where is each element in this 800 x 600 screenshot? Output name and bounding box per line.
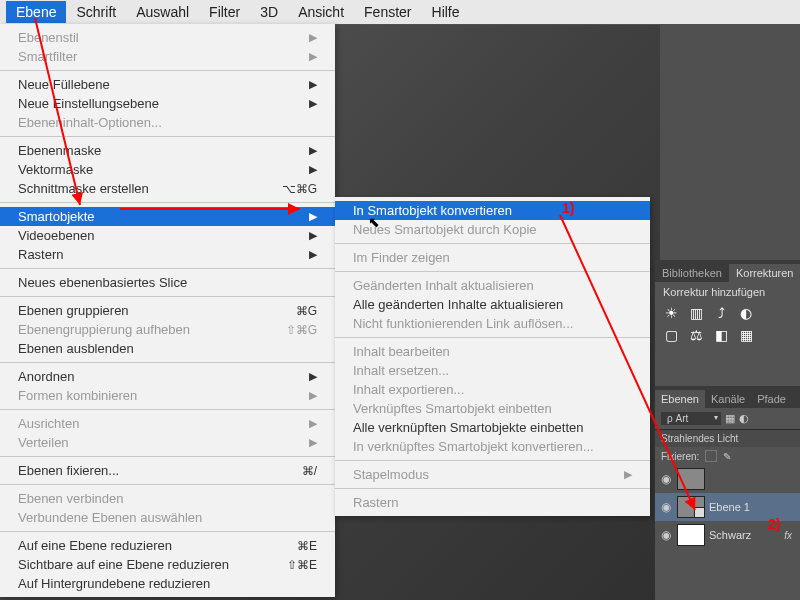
- dropdown-item: Formen kombinieren▶: [0, 386, 335, 405]
- brightness-icon[interactable]: ☀: [663, 305, 679, 321]
- balance-icon[interactable]: ⚖: [688, 327, 704, 343]
- levels-icon[interactable]: ▥: [688, 305, 704, 321]
- lock-transparency-icon[interactable]: [705, 450, 717, 462]
- dropdown-item[interactable]: Ebenen fixieren...⌘/: [0, 461, 335, 480]
- ebene-dropdown: Ebenenstil▶Smartfilter▶Neue Füllebene▶Ne…: [0, 24, 335, 597]
- submenu-item: Inhalt bearbeiten: [335, 342, 650, 361]
- submenu-arrow-icon: ▶: [309, 210, 317, 223]
- menu-schrift[interactable]: Schrift: [66, 1, 126, 23]
- menu-ansicht[interactable]: Ansicht: [288, 1, 354, 23]
- tab-korrekturen[interactable]: Korrekturen: [729, 264, 800, 282]
- menu-item-label: Geänderten Inhalt aktualisieren: [353, 278, 534, 293]
- menu-item-label: Neues Smartobjekt durch Kopie: [353, 222, 537, 237]
- submenu-item: Stapelmodus▶: [335, 465, 650, 484]
- layer-row-ebene1[interactable]: ◉ Ebene 1: [655, 493, 800, 521]
- dropdown-item[interactable]: Smartobjekte▶: [0, 207, 335, 226]
- submenu-item: Rastern: [335, 493, 650, 512]
- dropdown-item[interactable]: Auf eine Ebene reduzieren⌘E: [0, 536, 335, 555]
- dropdown-item[interactable]: Schnittmaske erstellen⌥⌘G: [0, 179, 335, 198]
- menu-item-label: In verknüpftes Smartobjekt konvertieren.…: [353, 439, 594, 454]
- dropdown-item[interactable]: Ebenen gruppieren⌘G: [0, 301, 335, 320]
- visibility-toggle-icon[interactable]: ◉: [659, 500, 673, 514]
- menu-item-label: Rastern: [18, 247, 64, 262]
- menu-item-label: Anordnen: [18, 369, 74, 384]
- layer-thumb[interactable]: [677, 524, 705, 546]
- menu-item-label: Auf Hintergrundebene reduzieren: [18, 576, 210, 591]
- submenu-item[interactable]: Alle geänderten Inhalte aktualisieren: [335, 295, 650, 314]
- layer-kind-filter: ρ Art ▦ ◐: [655, 408, 800, 429]
- dropdown-item[interactable]: Anordnen▶: [0, 367, 335, 386]
- dropdown-item[interactable]: Rastern▶: [0, 245, 335, 264]
- layer-row-schwarz[interactable]: ◉ Schwarz fx: [655, 521, 800, 549]
- menu-3d[interactable]: 3D: [250, 1, 288, 23]
- dropdown-item[interactable]: Videoebenen▶: [0, 226, 335, 245]
- lock-brush-icon[interactable]: ✎: [723, 451, 731, 462]
- kind-select[interactable]: ρ Art: [661, 412, 721, 425]
- layer-name-label[interactable]: Ebene 1: [709, 501, 750, 513]
- photo-filter-icon[interactable]: ▦: [738, 327, 754, 343]
- layer-group-title[interactable]: Strahlendes Licht: [655, 430, 800, 447]
- menu-item-label: Alle verknüpften Smartobjekte einbetten: [353, 420, 584, 435]
- dropdown-item[interactable]: Auf Hintergrundebene reduzieren: [0, 574, 335, 593]
- submenu-arrow-icon: ▶: [309, 229, 317, 242]
- dropdown-item[interactable]: Vektormaske▶: [0, 160, 335, 179]
- layer-name-label[interactable]: Schwarz: [709, 529, 751, 541]
- submenu-arrow-icon: ▶: [309, 248, 317, 261]
- menu-hilfe[interactable]: Hilfe: [422, 1, 470, 23]
- menu-item-label: Formen kombinieren: [18, 388, 137, 403]
- menu-auswahl[interactable]: Auswahl: [126, 1, 199, 23]
- dropdown-item: Ebenengruppierung aufheben⇧⌘G: [0, 320, 335, 339]
- dropdown-item[interactable]: Neue Einstellungsebene▶: [0, 94, 335, 113]
- dropdown-item[interactable]: Neue Füllebene▶: [0, 75, 335, 94]
- smartobjekte-submenu: In Smartobjekt konvertierenNeues Smartob…: [335, 197, 650, 516]
- vibrance-icon[interactable]: ▢: [663, 327, 679, 343]
- dropdown-item[interactable]: Ebenen ausblenden: [0, 339, 335, 358]
- menu-separator: [0, 362, 335, 363]
- menu-shortcut: ⌘E: [297, 539, 317, 553]
- tab-bibliotheken[interactable]: Bibliotheken: [655, 264, 729, 282]
- dropdown-item[interactable]: Sichtbare auf eine Ebene reduzieren⇧⌘E: [0, 555, 335, 574]
- tab-kanaele[interactable]: Kanäle: [705, 390, 751, 408]
- dropdown-item: Verteilen▶: [0, 433, 335, 452]
- menu-filter[interactable]: Filter: [199, 1, 250, 23]
- menu-item-label: Auf eine Ebene reduzieren: [18, 538, 172, 553]
- fx-badge[interactable]: fx: [784, 530, 796, 541]
- tab-ebenen[interactable]: Ebenen: [655, 390, 705, 408]
- filter-pixel-icon[interactable]: ▦: [725, 412, 735, 425]
- visibility-toggle-icon[interactable]: ◉: [659, 528, 673, 542]
- layer-row-filmkorn[interactable]: ◉: [655, 465, 800, 493]
- submenu-item: Im Finder zeigen: [335, 248, 650, 267]
- menu-item-label: Schnittmaske erstellen: [18, 181, 149, 196]
- submenu-item: Verknüpftes Smartobjekt einbetten: [335, 399, 650, 418]
- adjustment-icons-row2: ▢ ⚖ ◧ ▦: [655, 324, 800, 346]
- submenu-arrow-icon: ▶: [309, 97, 317, 110]
- menu-item-label: Nicht funktionierenden Link auflösen...: [353, 316, 573, 331]
- layers-tabs: Ebenen Kanäle Pfade: [655, 386, 800, 408]
- curves-icon[interactable]: ⤴: [713, 305, 729, 321]
- visibility-toggle-icon[interactable]: ◉: [659, 472, 673, 486]
- submenu-item[interactable]: Alle verknüpften Smartobjekte einbetten: [335, 418, 650, 437]
- menu-fenster[interactable]: Fenster: [354, 1, 421, 23]
- submenu-item[interactable]: In Smartobjekt konvertieren: [335, 201, 650, 220]
- exposure-icon[interactable]: ◐: [738, 305, 754, 321]
- adjustment-icons-row1: ☀ ▥ ⤴ ◐: [655, 302, 800, 324]
- corrections-tabs: Bibliotheken Korrekturen: [655, 260, 800, 282]
- submenu-arrow-icon: ▶: [309, 370, 317, 383]
- dropdown-item: Ausrichten▶: [0, 414, 335, 433]
- dropdown-item: Verbundene Ebenen auswählen: [0, 508, 335, 527]
- filter-adjust-icon[interactable]: ◐: [739, 412, 749, 425]
- menu-item-label: Ebenengruppierung aufheben: [18, 322, 190, 337]
- menu-separator: [335, 271, 650, 272]
- menu-shortcut: ⇧⌘E: [287, 558, 317, 572]
- tab-pfade[interactable]: Pfade: [751, 390, 792, 408]
- menu-ebene[interactable]: Ebene: [6, 1, 66, 23]
- layer-thumb-smart[interactable]: [677, 496, 705, 518]
- layer-thumb[interactable]: [677, 468, 705, 490]
- dropdown-item[interactable]: Ebenenmaske▶: [0, 141, 335, 160]
- dropdown-item[interactable]: Neues ebenenbasiertes Slice: [0, 273, 335, 292]
- right-panel-stack: Bibliotheken Korrekturen Korrektur hinzu…: [655, 260, 800, 600]
- bw-icon[interactable]: ◧: [713, 327, 729, 343]
- menu-item-label: Ausrichten: [18, 416, 79, 431]
- submenu-item: Inhalt ersetzen...: [335, 361, 650, 380]
- submenu-arrow-icon: ▶: [309, 31, 317, 44]
